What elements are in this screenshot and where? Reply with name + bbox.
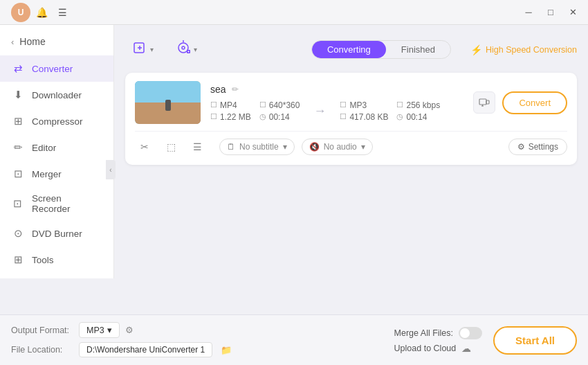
cut-tool-button[interactable]: ✂ [135,137,154,157]
sidebar-item-compressor[interactable]: ⊞ Compressor [0,108,113,134]
file-name: sea [210,84,226,95]
sidebar-item-dvd-burner[interactable]: ⊙ DVD Burner [0,220,113,247]
speed-label: High Speed Conversion [486,45,577,55]
source-format-item: ☐ MP4 [210,100,251,110]
sidebar-item-tools[interactable]: ⊞ Tools [0,247,113,273]
bottom-middle: Merge All Files: Upload to Cloud ☁ [394,327,482,354]
file-meta-grid: ☐ MP4 ☐ 1.22 MB ☐ 640*360 [210,100,463,122]
start-all-button[interactable]: Start All [493,326,577,355]
bottom-bar: Output Format: MP3 ▾ ⚙ File Location: D:… [0,314,588,365]
upload-cloud-label: Upload to Cloud [394,344,457,353]
add-files-icon [132,40,147,59]
sidebar-item-downloader[interactable]: ⬇ Downloader [0,82,113,108]
convert-button[interactable]: Convert [502,91,567,114]
sidebar-collapse-button[interactable]: ‹ [106,160,116,179]
sidebar-item-converter[interactable]: ⇄ Converter [0,55,113,82]
tab-finished[interactable]: Finished [386,41,450,58]
user-avatar[interactable]: U [11,3,30,22]
add-files-chevron: ▾ [150,46,154,53]
tab-group: Converting Finished [311,40,451,59]
file-name-row: sea ✏ [210,84,463,95]
output-format-row: Output Format: MP3 ▾ ⚙ [11,322,383,338]
audio-select[interactable]: 🔇 No audio ▾ [302,139,373,155]
sidebar-label-tools: Tools [32,255,54,265]
add-files-button[interactable]: ▾ [125,36,160,63]
source-resolution-item: ☐ 640*360 [259,100,300,110]
settings-label: Settings [529,142,558,152]
sidebar: ‹ Home ⇄ Converter ⬇ Downloader ⊞ Compre… [0,25,114,278]
target-duration: 00:14 [406,112,427,122]
format-icon: ☐ [210,100,217,109]
svg-point-3 [178,43,188,53]
tab-converting[interactable]: Converting [312,41,386,58]
output-format-settings-icon[interactable]: ⚙ [125,325,134,335]
output-format-chevron-icon: ▾ [107,325,112,335]
convert-actions: Convert [473,91,567,114]
converter-icon: ⇄ [11,62,25,75]
effects-tool-button[interactable]: ☰ [187,137,207,157]
speed-icon: ⚡ [470,44,482,55]
sidebar-label-dvd-burner: DVD Burner [32,229,82,239]
tools-icon: ⊞ [11,253,25,267]
settings-button[interactable]: ⚙ Settings [508,139,567,155]
notification-icon[interactable]: 🔔 [32,3,51,22]
sidebar-item-merger[interactable]: ⊡ Merger [0,161,113,187]
editor-icon: ✏ [11,141,25,154]
add-dvd-button[interactable]: ▾ [169,36,204,63]
sidebar-item-screen-recorder[interactable]: ⊡ Screen Recorder [0,187,113,220]
sidebar-wrapper: ‹ Home ⇄ Converter ⬇ Downloader ⊞ Compre… [0,25,114,314]
merge-files-label: Merge All Files: [394,328,453,338]
downloader-icon: ⬇ [11,88,25,102]
cloud-icon[interactable]: ☁ [461,343,471,354]
source-format: MP4 [220,100,237,110]
source-duration: 00:14 [269,112,290,122]
crop-tool-button[interactable]: ⬚ [161,137,181,157]
speed-badge: ⚡ High Speed Conversion [470,44,577,55]
maximize-button[interactable]: □ [541,3,560,22]
merger-icon: ⊡ [11,167,25,181]
audio-icon: 🔇 [309,142,320,152]
add-dvd-chevron: ▾ [194,46,197,53]
sidebar-item-editor[interactable]: ✏ Editor [0,134,113,161]
svg-rect-10 [486,100,489,104]
sidebar-label-editor: Editor [32,143,56,153]
file-card: sea ✏ ☐ MP4 ☐ 1.22 MB [125,73,577,165]
file-card-bottom: ✂ ⬚ ☰ 🗒 No subtitle ▾ 🔇 No audio ▾ ⚙ Set… [135,131,567,157]
output-format-select[interactable]: MP3 ▾ [79,322,120,338]
sidebar-home[interactable]: ‹ Home [0,30,113,55]
target-duration-icon: ◷ [396,112,403,121]
close-button[interactable]: ✕ [563,3,582,22]
sidebar-label-merger: Merger [32,169,62,179]
menu-icon[interactable]: ☰ [53,3,72,22]
sidebar-label-downloader: Downloader [32,90,82,100]
size-icon: ☐ [210,112,217,121]
subtitle-select[interactable]: 🗒 No subtitle ▾ [219,139,295,155]
source-resolution: 640*360 [269,100,300,110]
edit-filename-icon[interactable]: ✏ [232,84,239,94]
svg-point-4 [182,46,185,49]
sidebar-label-compressor: Compressor [32,116,83,127]
output-format-value: MP3 [86,326,104,335]
app-body: ‹ Home ⇄ Converter ⬇ Downloader ⊞ Compre… [0,25,588,314]
minimize-button[interactable]: ─ [519,3,538,22]
back-arrow-icon: ‹ [11,37,14,47]
target-meta: ☐ MP3 ☐ 417.08 KB [340,100,388,122]
browse-folder-button[interactable]: 📁 [218,341,235,358]
file-card-top: sea ✏ ☐ MP4 ☐ 1.22 MB [135,81,567,124]
target-duration-item: ◷ 00:14 [396,112,440,122]
subtitle-chevron-icon: ▾ [283,142,287,152]
merge-files-toggle[interactable] [459,327,482,339]
file-location-row: File Location: D:\Wondershare UniConvert… [11,341,383,358]
add-dvd-icon [176,40,191,59]
source-size: 1.22 MB [220,112,251,122]
thumbnail-scene [135,81,201,124]
audio-label: No audio [324,142,357,152]
sidebar-label-screen-recorder: Screen Recorder [32,193,102,214]
file-location-input[interactable]: D:\Wondershare UniConverter 1 [79,342,212,357]
device-icon-button[interactable] [473,91,495,114]
target-bitrate: 256 kbps [406,100,440,110]
bottom-left: Output Format: MP3 ▾ ⚙ File Location: D:… [11,322,383,358]
target-bitrate-item: ☐ 256 kbps [396,100,440,110]
arrow-col: → [300,104,340,118]
target-size: 417.08 KB [349,112,388,122]
